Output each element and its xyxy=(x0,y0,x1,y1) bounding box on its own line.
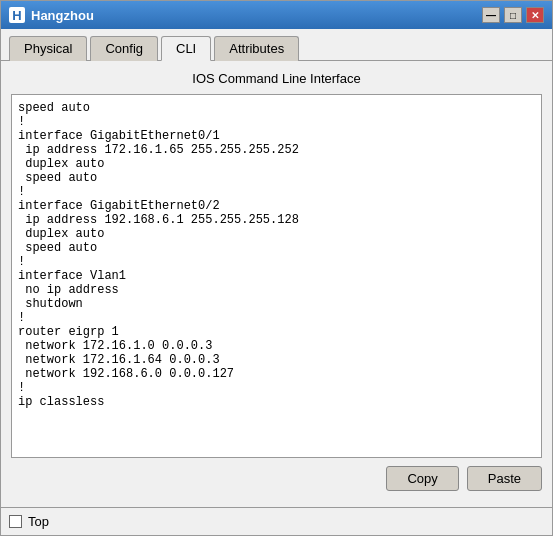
app-icon: H xyxy=(9,7,25,23)
button-row: Copy Paste xyxy=(11,458,542,497)
bottom-bar: Top xyxy=(1,507,552,535)
window-controls: — □ ✕ xyxy=(482,7,544,23)
top-checkbox[interactable] xyxy=(9,515,22,528)
copy-button[interactable]: Copy xyxy=(386,466,458,491)
minimize-button[interactable]: — xyxy=(482,7,500,23)
paste-button[interactable]: Paste xyxy=(467,466,542,491)
section-title: IOS Command Line Interface xyxy=(11,71,542,86)
top-label: Top xyxy=(28,514,49,529)
close-button[interactable]: ✕ xyxy=(526,7,544,23)
tab-bar: Physical Config CLI Attributes xyxy=(1,29,552,61)
maximize-button[interactable]: □ xyxy=(504,7,522,23)
tab-attributes[interactable]: Attributes xyxy=(214,36,299,61)
content-area: IOS Command Line Interface Copy Paste xyxy=(1,61,552,507)
titlebar: H Hangzhou — □ ✕ xyxy=(1,1,552,29)
tab-config[interactable]: Config xyxy=(90,36,158,61)
cli-textarea[interactable] xyxy=(12,95,541,457)
main-window: H Hangzhou — □ ✕ Physical Config CLI Att… xyxy=(0,0,553,536)
window-title: Hangzhou xyxy=(31,8,482,23)
tab-cli[interactable]: CLI xyxy=(161,36,211,61)
cli-container xyxy=(11,94,542,458)
tab-physical[interactable]: Physical xyxy=(9,36,87,61)
